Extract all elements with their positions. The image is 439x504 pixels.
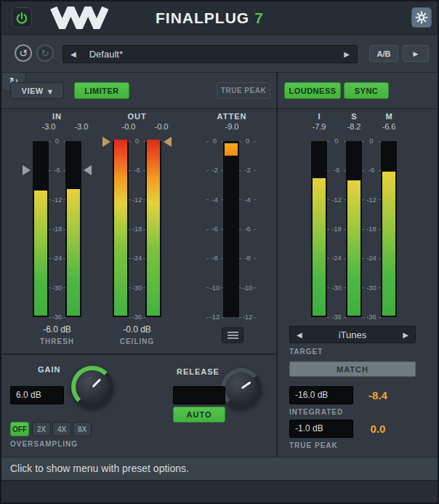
preset-menu-button[interactable]: ▶ [403,45,429,62]
true-peak-current-value: 0.0 [356,420,400,438]
release-knob[interactable] [221,368,262,409]
ceiling-marker-left[interactable] [102,137,110,147]
finalplug-window: FINALPLUG7 ↺ ↻ ◀ Default* ▶ A/B ▶ VIEW▼ … [0,0,439,504]
wave-arts-logo [41,7,122,29]
panel-divider [276,72,278,457]
oversampling-label: OVERSAMPLING [10,440,78,448]
gain-knob-cap [76,370,109,404]
atten-peak-value: -9.0 [225,122,239,131]
loudness-scale-right: 0-6-12-18-24-30-36 [362,141,381,317]
in-meter-left [33,141,49,317]
hamburger-icon [222,332,243,339]
in-meter-group: IN -3.0 -3.0 0-6-12-18-24-30-36 -6.0 dB … [17,112,97,345]
status-message: Click to show menu with preset options. [10,457,438,480]
loudness-m-label: M [385,112,392,121]
play-icon: ▶ [414,50,419,57]
sync-toggle-button[interactable]: SYNC [344,82,389,99]
release-value-field[interactable] [173,386,225,404]
out-meter-left-fill [114,140,127,316]
in-label: IN [52,112,62,122]
thresh-value[interactable]: -6.0 dB [43,324,71,335]
undo-icon: ↺ [19,47,28,59]
thresh-label: THRESH [40,337,74,345]
integrated-current-value: -8.4 [356,386,400,404]
preset-prev-icon[interactable]: ◀ [63,50,84,58]
ceiling-label: CEILING [120,337,155,345]
limiter-toggle-button[interactable]: LIMITER [74,82,129,99]
loudness-m-value: -6.6 [382,122,396,131]
preset-name: Default* [89,49,337,60]
release-knob-pointer [241,381,251,389]
target-next-icon[interactable]: ▶ [396,331,415,339]
in-meter-scale: 0-6-12-18-24-30-36 [49,141,65,317]
loudness-i-label: I [318,112,320,121]
redo-icon: ↻ [41,47,49,59]
power-button[interactable] [12,7,32,28]
target-prev-icon[interactable]: ◀ [290,331,309,339]
atten-meter-fill [225,143,238,156]
ceiling-value[interactable]: -0.0 dB [123,324,151,335]
gain-knob[interactable] [71,366,113,408]
loudness-i-fill [313,178,326,316]
oversampling-2x-button[interactable]: 2X [32,422,51,436]
out-meter-left [113,141,129,317]
loudness-i-meter [311,141,327,317]
out-meter-scale: 0-6-12-18-24-30-36 [129,141,145,317]
out-meter-right [145,141,161,317]
out-meter-group: OUT -0.0 -0.0 0-6-12-18-24-30-36 -0.0 dB… [97,112,177,345]
thresh-marker-right[interactable] [84,165,92,175]
atten-scale-left: 0-2-4-6-8-10-12 [206,141,223,317]
ab-compare-button[interactable]: A/B [369,45,398,62]
true-peak-toggle-button[interactable]: TRUE PEAK [217,82,270,99]
in-peak-right: -3.0 [75,122,89,131]
view-dropdown-button[interactable]: VIEW▼ [10,82,64,99]
integrated-target-field[interactable]: -16.0 dB [289,386,353,404]
out-peak-left: -0.0 [122,122,136,131]
loudness-scale-left: 0-6-12-18-24-30-36 [327,141,346,317]
atten-menu-button[interactable] [222,327,243,343]
undo-history-button[interactable]: ↺ [15,44,32,62]
preset-selector[interactable]: ◀ Default* ▶ [63,45,358,63]
gain-value-field[interactable]: 6.0 dB [10,386,64,404]
in-meter-left-fill [34,191,47,316]
loudness-toggle-button[interactable]: LOUDNESS [284,82,341,99]
loudness-s-value: -8.2 [347,122,361,131]
gain-knob-pointer [92,378,101,388]
controls-divider [1,353,276,355]
oversampling-4x-button[interactable]: 4X [52,422,71,436]
header-bar: FINALPLUG7 [1,1,438,35]
plugin-title: FINALPLUG7 [156,9,264,27]
preset-row: ↺ ↻ ◀ Default* ▶ A/B ▶ [1,34,438,73]
in-meter-right-fill [67,189,80,316]
loudness-s-meter [346,141,362,317]
match-button[interactable]: MATCH [289,361,416,377]
target-selector[interactable]: ◀ iTunes ▶ [289,326,416,343]
loudness-i-value: -7.9 [313,122,326,131]
atten-meter-group: ATTEN -9.0 0-2-4-6-8-10-12 0-2-4-6-8-10-… [206,112,257,317]
oversampling-off-button[interactable]: OFF [10,422,29,436]
true-peak-target-field[interactable]: -1.0 dB [289,420,353,438]
oversampling-8x-button[interactable]: 8X [73,422,92,436]
release-auto-button[interactable]: AUTO [173,407,225,423]
loudness-s-label: S [351,112,356,121]
gain-label: GAIN [38,365,61,374]
plugin-version: 7 [254,9,264,26]
out-meter-right-fill [147,140,160,316]
thresh-marker-left[interactable] [23,165,31,175]
bottom-strip [1,480,438,503]
out-label: OUT [127,112,146,122]
in-peak-left: -3.0 [42,122,56,131]
redo-history-button[interactable]: ↻ [36,44,54,62]
loudness-m-fill [382,172,395,316]
preset-next-icon[interactable]: ▶ [337,50,357,58]
atten-scale-right: 0-2-4-6-8-10-12 [239,141,256,317]
target-label: TARGET [289,348,323,356]
atten-label: ATTEN [217,112,247,122]
ceiling-marker-right[interactable] [164,137,172,147]
release-label: RELEASE [177,367,220,376]
settings-gear-button[interactable] [411,7,432,28]
integrated-label: INTEGRATED [289,408,343,416]
loudness-s-fill [347,180,361,316]
loudness-m-meter [381,141,397,317]
atten-meter [223,141,239,317]
